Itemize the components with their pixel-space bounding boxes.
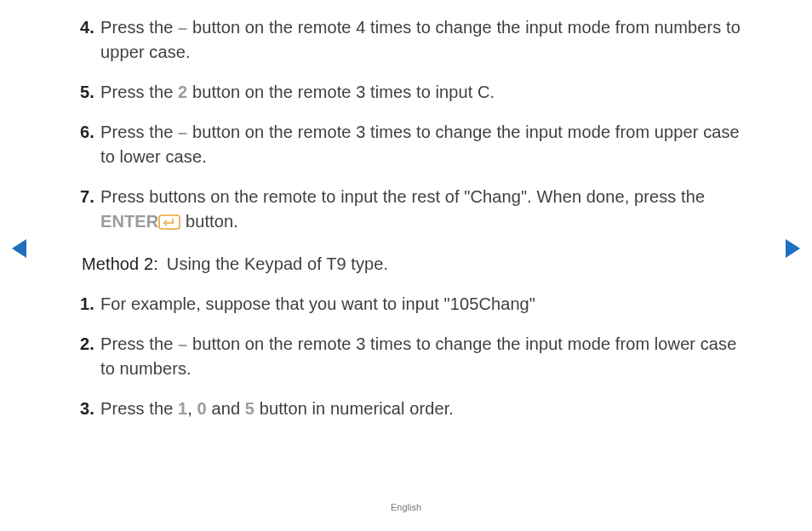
list-item: 1. For example, suppose that you want to… [100, 292, 747, 317]
prev-page-arrow[interactable] [12, 239, 26, 258]
key-label: 5 [245, 399, 254, 418]
list-item: 2. Press the – button on the remote 3 ti… [100, 332, 747, 381]
document-body: 4. Press the – button on the remote 4 ti… [100, 15, 747, 437]
method-body: Using the Keypad of T9 type. [167, 252, 388, 277]
item-text: button on the remote 3 times to change t… [100, 334, 736, 378]
item-text: Press buttons on the remote to input the… [100, 187, 705, 206]
list-item: 5. Press the 2 button on the remote 3 ti… [100, 80, 747, 105]
next-page-arrow[interactable] [786, 239, 800, 258]
list-item: 4. Press the – button on the remote 4 ti… [100, 15, 747, 65]
item-number: 1. [80, 292, 94, 317]
list-item: 6. Press the – button on the remote 3 ti… [100, 120, 747, 169]
item-text: button on the remote 3 times to change t… [100, 123, 740, 166]
item-text: button in numerical order. [254, 399, 454, 418]
list-item: 3. Press the 1, 0 and 5 button in numeri… [100, 397, 747, 421]
key-label: – [178, 18, 187, 37]
item-number: 4. [80, 15, 94, 40]
item-text: Press the [100, 83, 178, 101]
item-text: , [187, 399, 197, 418]
item-number: 7. [80, 185, 94, 209]
item-number: 6. [80, 120, 94, 145]
steps-list-2: 1. For example, suppose that you want to… [100, 292, 747, 421]
svg-rect-0 [159, 215, 180, 229]
key-label: 0 [197, 399, 207, 418]
item-text: Press the [100, 123, 178, 141]
enter-icon [158, 212, 180, 237]
item-number: 5. [80, 80, 94, 105]
item-number: 3. [80, 397, 94, 421]
page-footer: English [0, 502, 812, 512]
key-label: 1 [178, 399, 187, 418]
item-text: button on the remote 3 times to input C. [187, 83, 495, 101]
item-text: Press the [100, 334, 178, 353]
method-label: Method 2: [82, 252, 158, 277]
item-text: button. [180, 212, 238, 231]
item-text: button on the remote 4 times to change t… [100, 18, 741, 61]
key-label: – [178, 334, 187, 353]
item-text: For example, suppose that you want to in… [100, 294, 535, 313]
key-label: – [178, 123, 187, 141]
item-number: 2. [80, 332, 94, 357]
item-text: Press the [100, 18, 178, 37]
key-label: ENTER [100, 212, 158, 231]
item-text: and [207, 399, 245, 418]
steps-list-1: 4. Press the – button on the remote 4 ti… [100, 15, 747, 237]
key-label: 2 [178, 83, 187, 101]
item-text: Press the [100, 399, 178, 418]
method-heading: Method 2: Using the Keypad of T9 type. [82, 252, 747, 277]
list-item: 7. Press buttons on the remote to input … [100, 185, 747, 237]
